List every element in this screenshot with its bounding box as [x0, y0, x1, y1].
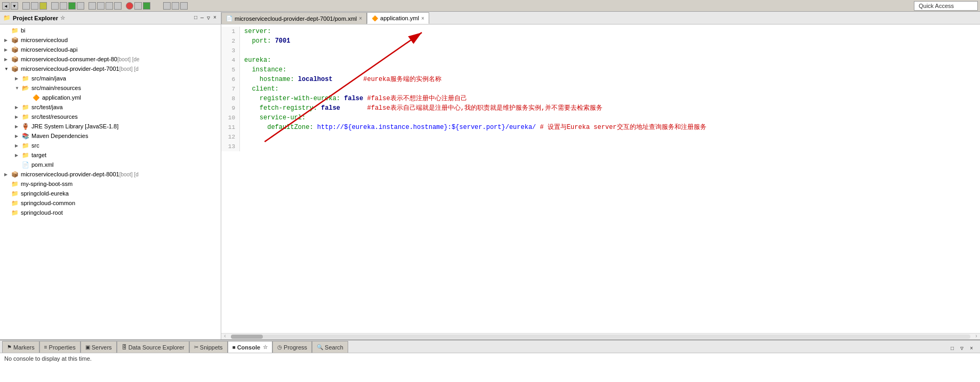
tree-arrow-src-test-res: ▶ — [15, 115, 21, 119]
tree-arrow-src-main-resources: ▼ — [15, 86, 21, 91]
tree-item-mc-provider-7001[interactable]: ▼ 📦 microservicecloud-provider-dept-7001… — [0, 64, 221, 74]
tree-item-src-main-resources[interactable]: ▼ 📂 src/main/resources — [0, 83, 221, 93]
tree-item-jre[interactable]: ▶ 🏺 JRE System Library [JavaSE-1.8] — [0, 121, 221, 131]
tree-arrow-src-main-java: ▶ — [15, 76, 21, 81]
tab-pom-xml[interactable]: 📄 microservicecloud-provider-dept-7001/p… — [221, 12, 367, 24]
yml-tab-icon: 🔶 — [372, 15, 378, 21]
tree-suffix-mc-consumer: [boot] [de — [117, 56, 140, 62]
toolbar-icon-11[interactable] — [97, 2, 105, 10]
bottom-ctrl-3[interactable]: × — [967, 344, 976, 353]
tree-item-bi[interactable]: 📁 bi — [0, 26, 221, 35]
toolbar-icon-16[interactable] — [143, 2, 150, 10]
code-editor[interactable]: 1 server: 2 port: 7001 3 4 eureka: 5 — [221, 25, 980, 333]
snippets-icon: ✂ — [194, 344, 198, 350]
line-content-4: eureka: — [240, 55, 271, 65]
tree-item-springcloud-common[interactable]: 📁 springcloud-common — [0, 198, 221, 208]
tab-progress[interactable]: ◷ Progress — [272, 341, 312, 353]
line-content-2: port: 7001 — [240, 36, 290, 46]
toolbar-icon-12[interactable] — [106, 2, 113, 10]
sidebar-minimize-btn[interactable]: □ — [193, 15, 198, 21]
tab-datasource[interactable]: 🗄 Data Source Explorer — [117, 341, 189, 353]
tree-label-pom-xml: pom.xml — [31, 161, 54, 168]
tree-item-pom-xml[interactable]: 📄 pom.xml — [0, 160, 221, 169]
code-line-7: 7 client: — [221, 84, 980, 94]
tree-item-target[interactable]: ▶ 📁 target — [0, 150, 221, 160]
toolbar-icon-19[interactable] — [180, 2, 188, 10]
tab-markers[interactable]: ⚑ Markers — [2, 341, 39, 353]
console-text: No console to display at this time. — [4, 355, 92, 362]
code-line-12: 12 — [221, 132, 980, 142]
toolbar-icon-10[interactable] — [89, 2, 96, 10]
toolbar-icon-3[interactable] — [22, 2, 30, 10]
tab-snippets[interactable]: ✂ Snippets — [189, 341, 228, 353]
tree-item-src[interactable]: ▶ 📁 src — [0, 141, 221, 150]
tab-application-yml[interactable]: 🔶 application.yml × — [367, 12, 429, 24]
sidebar-close-btn[interactable]: ▽ — [206, 15, 211, 21]
toolbar-icon-2[interactable]: ▼ — [11, 2, 18, 10]
horizontal-scrollbar[interactable]: ‹ › — [221, 333, 980, 339]
tree-label-my-spring-boot: my-spring-boot-ssm — [21, 181, 73, 187]
tree-suffix-mc-provider-7001: [boot] [d — [119, 66, 139, 72]
scrollbar-track[interactable] — [231, 335, 970, 339]
line-num-1: 1 — [221, 27, 240, 36]
tree-item-src-test-java[interactable]: ▶ 📁 src/test/java — [0, 102, 221, 112]
tree-item-application-yml[interactable]: 🔶 application.yml — [0, 93, 221, 102]
toolbar-icon-4[interactable] — [31, 2, 38, 10]
tab-properties[interactable]: ≡ Properties — [39, 341, 81, 353]
tree-label-springcloud-common: springcloud-common — [21, 200, 75, 206]
tree-arrow-jre: ▶ — [15, 124, 21, 129]
toolbar-icon-5[interactable] — [39, 2, 47, 10]
toolbar-icon-17[interactable] — [163, 2, 171, 10]
tree-item-my-spring-boot[interactable]: 📁 my-spring-boot-ssm — [0, 179, 221, 189]
tree-item-springcloud-root[interactable]: 📁 springcloud-root — [0, 208, 221, 217]
toolbar-icon-15[interactable] — [134, 2, 142, 10]
tab-search[interactable]: 🔍 Search — [312, 341, 348, 353]
datasource-label: Data Source Explorer — [128, 344, 184, 351]
bottom-ctrl-1[interactable]: □ — [948, 344, 957, 353]
toolbar-icon-18[interactable] — [172, 2, 179, 10]
tab-servers[interactable]: ▣ Servers — [81, 341, 117, 353]
tree-item-src-main-java[interactable]: ▶ 📁 src/main/java — [0, 74, 221, 83]
main-toolbar: ◀ ▼ Quick Access — [0, 0, 980, 12]
tree-item-springclold-eureka[interactable]: 📁 springclold-eureka — [0, 189, 221, 198]
quick-access-input[interactable]: Quick Access — [914, 1, 978, 11]
tree-item-mc-consumer[interactable]: ▶ 📦 microservicecloud-consumer-dept-80 [… — [0, 54, 221, 64]
code-line-4: 4 eureka: — [221, 55, 980, 65]
console-content: No console to display at this time. — [0, 353, 980, 382]
bottom-panel-tabs: ⚑ Markers ≡ Properties ▣ Servers 🗄 Data … — [0, 340, 980, 353]
tree-item-src-test-resources[interactable]: ▶ 📁 src/test/resources — [0, 112, 221, 121]
yml-tab-close[interactable]: × — [421, 15, 424, 21]
toolbar-icon-group: ◀ ▼ — [2, 2, 914, 10]
toolbar-icon-14[interactable] — [126, 2, 133, 10]
line-num-13: 13 — [221, 142, 240, 151]
tree-item-microservicecloud[interactable]: ▶ 📦 microservicecloud — [0, 35, 221, 45]
line-num-11: 11 — [221, 123, 240, 132]
project-explorer-panel: 📁 Project Explorer ☆ □ — ▽ × 📁 bi — [0, 12, 221, 339]
pom-tab-close[interactable]: × — [359, 15, 362, 21]
toolbar-icon-1[interactable]: ◀ — [2, 2, 10, 10]
console-close-btn[interactable]: ☆ — [263, 344, 268, 350]
sidebar-close-x-btn[interactable]: × — [212, 15, 218, 21]
tree-label-springclold-eureka: springclold-eureka — [21, 190, 69, 197]
tree-item-mc-api[interactable]: ▶ 📦 microservicecloud-api — [0, 45, 221, 54]
snippets-label: Snippets — [200, 344, 223, 351]
tab-console[interactable]: ■ Console ☆ — [228, 341, 272, 353]
scroll-right-btn[interactable]: › — [973, 334, 980, 339]
project-icon-mc-provider-7001: 📦 — [11, 65, 19, 72]
toolbar-icon-7[interactable] — [60, 2, 67, 10]
toolbar-icon-8[interactable] — [68, 2, 76, 10]
line-num-12: 12 — [221, 132, 240, 142]
markers-icon: ⚑ — [7, 344, 12, 350]
tree-label-application-yml: application.yml — [42, 94, 81, 101]
scrollbar-thumb[interactable] — [231, 335, 263, 339]
toolbar-icon-13[interactable] — [114, 2, 122, 10]
properties-label: Properties — [49, 344, 76, 351]
toolbar-icon-9[interactable] — [77, 2, 84, 10]
bottom-ctrl-2[interactable]: ▽ — [958, 344, 966, 353]
console-label: Console — [237, 344, 260, 351]
sidebar-maximize-btn[interactable]: — — [199, 15, 205, 21]
toolbar-icon-6[interactable] — [51, 2, 59, 10]
scroll-left-btn[interactable]: ‹ — [221, 334, 229, 339]
tree-item-maven-deps[interactable]: ▶ 📚 Maven Dependencies — [0, 131, 221, 141]
tree-item-mc-provider-8001[interactable]: ▶ 📦 microservicecloud-provider-dept-8001… — [0, 169, 221, 179]
